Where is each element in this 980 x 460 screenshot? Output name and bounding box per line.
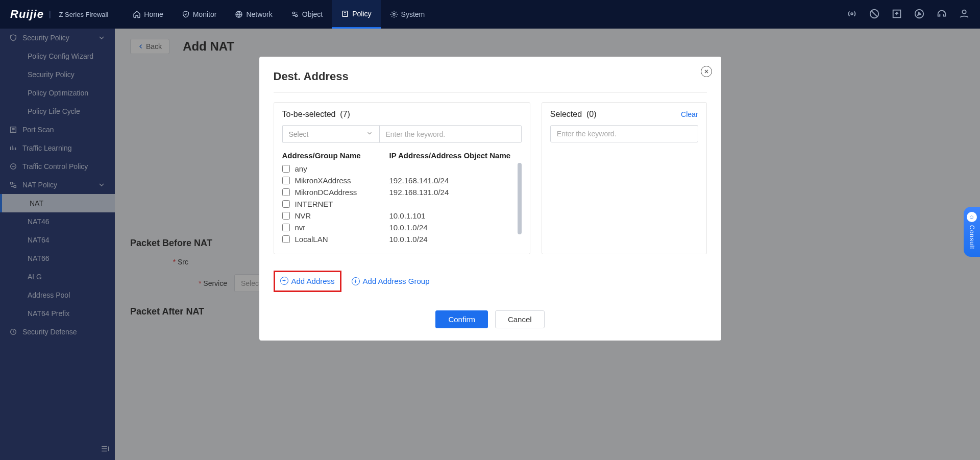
address-row[interactable]: MikronDCAddress192.168.131.0/24 [282, 186, 522, 198]
dest-address-modal: Dest. Address To-be-selected (7) Select [259, 57, 721, 341]
consult-icon: ☺ [967, 212, 977, 222]
add-address-group-link[interactable]: + Add Address Group [352, 277, 430, 285]
to-be-selected-pane: To-be-selected (7) Select Address/Group … [274, 102, 530, 254]
modal-title: Dest. Address [274, 70, 707, 83]
svg-point-9 [962, 10, 966, 13]
row-checkbox[interactable] [282, 200, 290, 208]
address-row[interactable]: any [282, 163, 522, 175]
confirm-button[interactable]: Confirm [435, 310, 488, 328]
row-checkbox[interactable] [282, 165, 290, 173]
svg-point-8 [915, 9, 924, 18]
consult-float-button[interactable]: ☺ Consult [964, 207, 980, 257]
brand-divider: | [49, 10, 51, 18]
chevron-down-icon [366, 130, 373, 138]
col-ip: IP Address/Address Object Name [389, 151, 522, 160]
address-row[interactable]: LocalLAN10.0.1.0/24 [282, 233, 522, 245]
nav-object[interactable]: Object [282, 0, 332, 29]
nav-home[interactable]: Home [124, 0, 172, 29]
nav-system[interactable]: System [381, 0, 434, 29]
nav-items: HomeMonitorNetworkObjectPolicySystem [124, 0, 434, 29]
add-address-link[interactable]: + Add Address [280, 277, 335, 285]
address-row[interactable]: nvr10.0.1.0/24 [282, 222, 522, 233]
selected-pane: Selected (0) Clear [542, 102, 707, 254]
plus-icon: + [352, 277, 360, 285]
svg-point-5 [851, 13, 853, 15]
clear-link[interactable]: Clear [681, 110, 698, 118]
row-checkbox[interactable] [282, 235, 290, 243]
address-row[interactable]: INTERNET [282, 198, 522, 210]
modal-divider [274, 92, 707, 93]
brand-tagline: Z Series Firewall [59, 11, 109, 18]
modal-overlay: Dest. Address To-be-selected (7) Select [0, 29, 980, 460]
upload-icon[interactable] [891, 8, 902, 21]
compass-icon[interactable] [914, 8, 925, 21]
close-icon [703, 68, 709, 75]
nav-policy[interactable]: Policy [332, 0, 380, 29]
headset-icon[interactable] [936, 8, 947, 21]
top-nav: Ruijie | Z Series Firewall HomeMonitorNe… [0, 0, 980, 29]
user-icon[interactable] [959, 8, 970, 21]
row-checkbox[interactable] [282, 212, 290, 220]
globe-crossed-icon[interactable] [869, 8, 880, 21]
keyword-input-right[interactable] [550, 125, 698, 142]
keyword-input-left[interactable] [379, 125, 522, 143]
nav-right-icons [846, 8, 970, 21]
brand: Ruijie | Z Series Firewall [10, 8, 108, 21]
brand-logo: Ruijie [10, 8, 44, 21]
row-checkbox[interactable] [282, 177, 290, 184]
row-checkbox[interactable] [282, 224, 290, 231]
address-row[interactable]: NVR10.0.1.101 [282, 210, 522, 222]
plus-icon: + [280, 277, 288, 285]
add-address-highlight: + Add Address [274, 271, 341, 292]
nav-network[interactable]: Network [226, 0, 281, 29]
broadcast-icon[interactable] [846, 8, 857, 21]
cancel-button[interactable]: Cancel [495, 310, 545, 328]
type-select[interactable]: Select [282, 125, 379, 143]
row-checkbox[interactable] [282, 188, 290, 196]
selected-title: Selected (0) [550, 110, 597, 119]
address-row[interactable]: MikronXAddress192.168.141.0/24 [282, 175, 522, 186]
scrollbar[interactable] [518, 163, 522, 234]
modal-close-button[interactable] [701, 66, 712, 77]
svg-point-4 [393, 13, 395, 15]
nav-monitor[interactable]: Monitor [173, 0, 226, 29]
to-be-selected-title: To-be-selected (7) [282, 110, 350, 119]
col-address-name: Address/Group Name [282, 151, 389, 160]
svg-point-1 [292, 12, 295, 14]
svg-point-2 [295, 15, 297, 17]
